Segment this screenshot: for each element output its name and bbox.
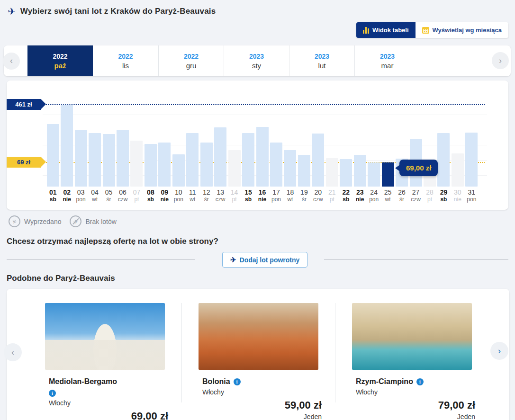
price-bar-24[interactable] bbox=[368, 162, 380, 187]
day-number: 11 bbox=[189, 188, 196, 196]
page-title: Wybierz swój tani lot z Kraków do Paryż-… bbox=[20, 7, 216, 16]
price-bar-13[interactable] bbox=[214, 127, 226, 187]
day-weekday: sb bbox=[50, 196, 56, 203]
table-view-button[interactable]: Widok tabeli bbox=[356, 22, 415, 38]
price-bar-29[interactable] bbox=[437, 133, 450, 187]
day-number: 16 bbox=[259, 188, 266, 196]
day-number: 05 bbox=[105, 188, 113, 196]
day-column-31[interactable]: 31pon bbox=[465, 80, 479, 203]
day-column-15[interactable]: 15sb bbox=[241, 80, 255, 203]
price-bar-05[interactable] bbox=[103, 134, 115, 187]
day-column-08[interactable]: 08sb bbox=[144, 80, 157, 203]
info-icon[interactable]: i bbox=[49, 390, 56, 397]
price-bar-25[interactable] bbox=[382, 162, 394, 187]
day-column-04[interactable]: 04wt bbox=[88, 80, 101, 203]
day-column-19[interactable]: 19śr bbox=[297, 80, 311, 203]
month-view-button[interactable]: Wyświetlaj wg miesiąca bbox=[416, 22, 508, 38]
day-column-21: 21pt bbox=[325, 80, 339, 203]
price-bar-20[interactable] bbox=[312, 134, 324, 187]
day-column-12[interactable]: 12śr bbox=[199, 80, 213, 203]
info-icon[interactable]: i bbox=[416, 378, 424, 385]
day-column-20[interactable]: 20czw bbox=[311, 80, 325, 203]
tab-month-lis[interactable]: 2022 lis bbox=[93, 45, 158, 76]
price-bar-09[interactable] bbox=[158, 143, 171, 187]
price-bar-17[interactable] bbox=[270, 143, 282, 187]
day-weekday: sb bbox=[147, 196, 154, 203]
destination-country: Włochy bbox=[199, 388, 323, 396]
tab-month-lut[interactable]: 2023 lut bbox=[289, 45, 354, 76]
day-column-09[interactable]: 09nie bbox=[158, 80, 172, 203]
day-column-24[interactable]: 24pon bbox=[367, 80, 380, 203]
day-column-05[interactable]: 05śr bbox=[102, 80, 116, 203]
price-bar-18[interactable] bbox=[284, 150, 296, 187]
price-bar-16[interactable] bbox=[256, 127, 269, 187]
price-bar-15[interactable] bbox=[242, 133, 254, 187]
tab-month-gru[interactable]: 2022 gru bbox=[158, 45, 224, 76]
day-column-06[interactable]: 06czw bbox=[116, 80, 129, 203]
price-bar-08[interactable] bbox=[145, 144, 157, 187]
destination-title: Rzym-Ciampino bbox=[356, 377, 413, 386]
price-bar-02[interactable] bbox=[61, 105, 73, 187]
day-column-13[interactable]: 13czw bbox=[213, 80, 227, 203]
day-number: 30 bbox=[454, 188, 461, 196]
price-bar-01[interactable] bbox=[47, 124, 59, 187]
day-weekday: sb bbox=[343, 196, 349, 203]
day-weekday: nie bbox=[63, 196, 71, 203]
day-weekday: pon bbox=[76, 196, 86, 203]
day-column-17[interactable]: 17pon bbox=[269, 80, 283, 203]
day-number: 09 bbox=[161, 188, 169, 196]
tab-year: 2023 bbox=[380, 53, 395, 60]
price-bar-19[interactable] bbox=[298, 155, 310, 187]
add-return-flight-button[interactable]: ✈ Dodaj lot powrotny bbox=[222, 252, 307, 268]
tab-month-mar[interactable]: 2023 mar bbox=[354, 45, 420, 76]
price-bar-06[interactable] bbox=[117, 130, 129, 187]
day-column-26[interactable]: 26śr bbox=[395, 80, 408, 203]
day-column-11[interactable]: 11wt bbox=[186, 80, 199, 203]
price-bar-03[interactable] bbox=[75, 130, 87, 187]
max-price-badge: 461 zł bbox=[7, 99, 41, 110]
flight-fare-page: ✈ Wybierz swój tani lot z Kraków do Pary… bbox=[0, 0, 515, 420]
day-weekday: śr bbox=[399, 196, 404, 203]
day-column-23[interactable]: 23nie bbox=[353, 80, 367, 203]
price-bar-12[interactable] bbox=[200, 143, 213, 187]
tab-month-sty[interactable]: 2023 sty bbox=[224, 45, 289, 76]
day-weekday: śr bbox=[302, 196, 307, 203]
table-view-label: Widok tabeli bbox=[372, 27, 408, 34]
carousel-next-button[interactable]: › bbox=[490, 342, 508, 360]
price-bar-11[interactable] bbox=[186, 133, 199, 187]
tab-month-paz[interactable]: 2022 paź bbox=[27, 45, 93, 76]
day-column-27[interactable]: 27czw bbox=[409, 80, 423, 203]
carousel-prev-button[interactable]: ‹ bbox=[4, 343, 22, 361]
destination-card-mediolan-bergamo[interactable]: Mediolan-Bergamo i Włochy 69,00 zł bbox=[45, 303, 169, 420]
day-number: 17 bbox=[272, 188, 280, 196]
day-column-18[interactable]: 18wt bbox=[283, 80, 297, 203]
day-column-07: 07pt bbox=[130, 80, 144, 203]
day-number: 20 bbox=[315, 188, 322, 196]
day-number: 21 bbox=[328, 188, 336, 196]
day-column-03[interactable]: 03pon bbox=[74, 80, 88, 203]
price-bar-31[interactable] bbox=[465, 133, 478, 187]
day-column-10[interactable]: 10pon bbox=[172, 80, 185, 203]
info-icon[interactable]: i bbox=[234, 378, 241, 385]
month-view-label: Wyświetlaj wg miesiąca bbox=[433, 27, 502, 34]
day-column-01[interactable]: 01sb bbox=[46, 80, 60, 203]
destination-card-rzym-ciampino[interactable]: Rzym-Ciampino i Włochy 79,00 zł Jeden bbox=[352, 303, 476, 420]
day-column-25[interactable]: 25wt bbox=[381, 80, 395, 203]
price-bar-10[interactable] bbox=[172, 154, 185, 187]
day-weekday: nie bbox=[258, 196, 266, 203]
day-weekday: wt bbox=[92, 196, 98, 203]
day-column-29[interactable]: 29sb bbox=[437, 80, 451, 203]
day-number: 12 bbox=[203, 188, 210, 196]
day-column-22[interactable]: 22sb bbox=[339, 80, 353, 203]
day-column-16[interactable]: 16nie bbox=[255, 80, 269, 203]
day-weekday: czw bbox=[313, 196, 323, 203]
day-column-02[interactable]: 02nie bbox=[60, 80, 73, 203]
months-prev-button[interactable]: ‹ bbox=[3, 53, 20, 70]
day-weekday: pon bbox=[271, 196, 281, 203]
destination-card-bolonia[interactable]: Bolonia i Włochy 59,00 zł Jeden bbox=[199, 303, 323, 420]
price-bar-23[interactable] bbox=[354, 155, 366, 187]
price-bar-22[interactable] bbox=[340, 159, 352, 187]
price-bar-04[interactable] bbox=[89, 133, 101, 187]
divider-left bbox=[7, 259, 195, 260]
months-next-button[interactable]: › bbox=[492, 52, 509, 69]
